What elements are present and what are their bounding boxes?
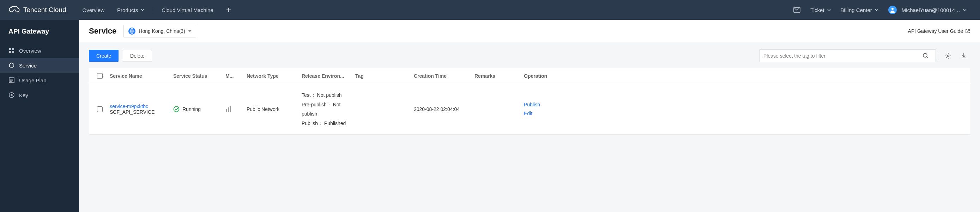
hexagon-icon	[8, 62, 15, 69]
gear-icon	[945, 53, 951, 59]
search-button[interactable]	[920, 50, 932, 62]
col-tag: Tag	[352, 73, 411, 79]
sidebar-item-label: Overview	[19, 48, 41, 54]
caret-down-icon	[188, 30, 192, 32]
download-icon	[961, 53, 967, 59]
nav-products-label: Products	[117, 7, 138, 13]
main: Service Hong Kong, China(3) API Gateway …	[79, 20, 980, 212]
top-nav-right: Ticket Billing Center MichaelYuan@10001­…	[788, 6, 972, 14]
nav-overview[interactable]: Overview	[76, 7, 111, 13]
svg-rect-2	[9, 48, 11, 50]
page-title: Service	[89, 27, 116, 36]
publish-link[interactable]: Publish	[524, 100, 554, 109]
edit-link[interactable]: Edit	[524, 109, 554, 118]
user-icon	[890, 7, 895, 13]
brand[interactable]: Tencent Cloud	[8, 6, 66, 14]
svg-rect-14	[228, 108, 229, 112]
time-cell: 2020-08-22 02:04:04	[411, 106, 472, 112]
sidebar-item-service[interactable]: Service	[0, 58, 79, 73]
row-checkbox[interactable]	[97, 106, 103, 112]
nav-cvm[interactable]: Cloud Virtual Machine	[155, 7, 220, 13]
chevron-down-icon	[827, 9, 831, 11]
col-service-status: Service Status	[170, 73, 223, 79]
content: Create Delete	[79, 42, 980, 212]
env-pub-label: Publish：	[302, 120, 323, 126]
svg-point-10	[923, 53, 927, 57]
sidebar-title: API Gateway	[0, 27, 79, 43]
nav-ticket[interactable]: Ticket	[805, 7, 835, 13]
monitor-link[interactable]	[226, 107, 232, 113]
col-monitor: M...	[223, 73, 244, 79]
success-icon	[173, 106, 180, 112]
svg-point-12	[174, 107, 179, 112]
nav-mail[interactable]	[788, 7, 805, 13]
tag-filter[interactable]	[759, 50, 936, 62]
svg-rect-3	[12, 48, 14, 50]
service-table: Service Name Service Status M... Network…	[89, 68, 970, 135]
env-pre-label: Pre-publish：	[302, 102, 332, 108]
col-network-type: Network Type	[244, 73, 299, 79]
table-header: Service Name Service Status M... Network…	[89, 68, 970, 84]
sidebar-item-label: Usage Plan	[19, 77, 46, 84]
plus-icon	[226, 7, 231, 12]
svg-rect-15	[230, 106, 231, 112]
grid-icon	[8, 47, 15, 54]
settings-button[interactable]	[942, 50, 955, 62]
delete-button[interactable]: Delete	[123, 50, 152, 62]
nav-billing-label: Billing Center	[841, 7, 872, 13]
tencent-cloud-logo-icon	[8, 6, 20, 14]
sidebar-item-label: Key	[19, 92, 28, 98]
nav-user[interactable]: MichaelYuan@10001­4…	[883, 6, 972, 14]
region-selector[interactable]: Hong Kong, China(3)	[124, 25, 196, 37]
col-remarks: Remarks	[472, 73, 521, 79]
sidebar-item-label: Service	[19, 63, 37, 69]
env-test-label: Test：	[302, 92, 316, 98]
network-type-cell: Public Network	[244, 106, 299, 112]
svg-rect-5	[12, 51, 14, 53]
nav-add[interactable]	[220, 7, 237, 12]
brand-text: Tencent Cloud	[23, 6, 66, 14]
chevron-down-icon	[963, 9, 967, 11]
nav-products[interactable]: Products	[111, 7, 151, 13]
sidebar-item-overview[interactable]: Overview	[0, 43, 79, 58]
sidebar-item-usage-plan[interactable]: Usage Plan	[0, 73, 79, 88]
chevron-down-icon	[875, 9, 878, 11]
env-pub-value: Published	[324, 120, 346, 126]
mail-icon	[793, 7, 800, 13]
nav-billing[interactable]: Billing Center	[836, 7, 883, 13]
user-guide-link[interactable]: API Gateway User Guide	[908, 28, 970, 34]
svg-point-7	[9, 93, 14, 98]
download-button[interactable]	[958, 50, 970, 62]
toolbar: Create Delete	[89, 50, 970, 62]
table-row: service-m9pxktbc SCF_API_SERVICE Running	[89, 84, 970, 134]
svg-rect-4	[9, 51, 11, 53]
svg-point-8	[11, 94, 12, 96]
nav-user-label: MichaelYuan@10001­4…	[902, 7, 960, 13]
user-guide-label: API Gateway User Guide	[908, 28, 963, 34]
svg-point-11	[948, 55, 949, 57]
create-button[interactable]: Create	[89, 50, 119, 62]
page-bar: Service Hong Kong, China(3) API Gateway …	[79, 20, 980, 42]
list-icon	[8, 77, 15, 84]
env-test-value: Not publish	[317, 92, 342, 98]
svg-rect-13	[226, 109, 227, 112]
chevron-down-icon	[141, 9, 144, 11]
sidebar-item-key[interactable]: Key	[0, 88, 79, 103]
bar-chart-icon	[226, 106, 232, 112]
sidebar: API Gateway Overview Service Usage Plan …	[0, 20, 79, 212]
svg-point-1	[891, 8, 894, 10]
status-text: Running	[182, 106, 201, 112]
col-release-env: Release Environ...	[299, 73, 352, 79]
nav-ticket-label: Ticket	[810, 7, 824, 13]
col-creation-time: Creation Time	[411, 73, 472, 79]
col-service-name: Service Name	[107, 73, 170, 79]
env-cell: Test： Not publish Pre-publish： Not publi…	[299, 90, 352, 128]
service-id-link[interactable]: service-m9pxktbc	[110, 104, 148, 109]
service-name-text: SCF_API_SERVICE	[110, 109, 167, 115]
search-icon	[923, 53, 929, 59]
tag-filter-input[interactable]	[764, 53, 920, 59]
avatar	[888, 6, 897, 14]
key-icon	[8, 92, 15, 98]
region-label: Hong Kong, China(3)	[138, 28, 185, 34]
select-all-checkbox[interactable]	[97, 73, 103, 79]
